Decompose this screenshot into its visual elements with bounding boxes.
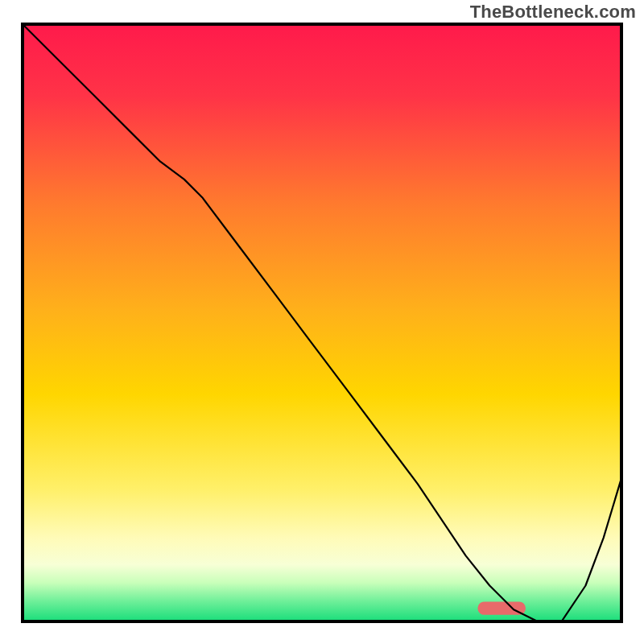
watermark-text: TheBottleneck.com <box>470 2 636 23</box>
chart-canvas <box>0 0 644 644</box>
optimal-range-marker <box>477 602 526 615</box>
bottleneck-chart: TheBottleneck.com <box>0 0 644 644</box>
